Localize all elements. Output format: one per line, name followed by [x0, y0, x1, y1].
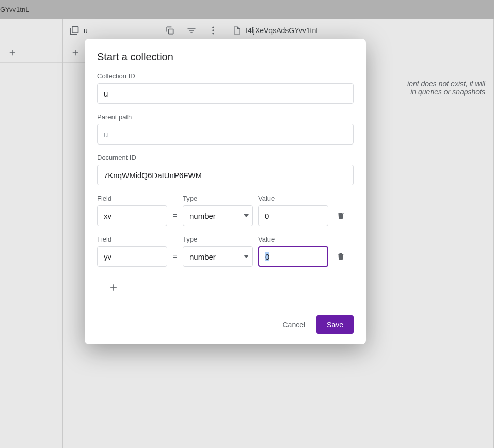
value-label: Value: [258, 195, 328, 202]
equals-sign: =: [172, 246, 178, 267]
field-row: Field = Type Value: [97, 195, 354, 226]
field-value-input[interactable]: [258, 246, 328, 267]
document-id-input[interactable]: [97, 165, 354, 185]
field-value-input[interactable]: [258, 205, 328, 226]
field-row: Field = Type Value: [97, 235, 354, 267]
field-type-select[interactable]: [183, 205, 253, 226]
plus-icon: [108, 282, 119, 293]
field-type-select[interactable]: [183, 246, 253, 267]
modal-overlay[interactable]: Start a collection Collection ID Parent …: [0, 0, 494, 448]
value-label: Value: [258, 235, 328, 243]
type-label: Type: [183, 195, 253, 202]
save-button[interactable]: Save: [316, 315, 354, 334]
delete-field-button[interactable]: [333, 205, 348, 226]
parent-path-label: Parent path: [97, 113, 354, 121]
add-field-button[interactable]: [106, 280, 121, 295]
collection-id-input[interactable]: [97, 83, 354, 104]
trash-icon: [336, 252, 345, 261]
collection-id-label: Collection ID: [97, 72, 354, 80]
delete-field-button[interactable]: [333, 246, 348, 267]
type-label: Type: [183, 235, 253, 243]
field-label: Field: [97, 235, 167, 243]
field-name-input[interactable]: [97, 246, 167, 267]
document-id-label: Document ID: [97, 154, 354, 162]
trash-icon: [336, 211, 345, 220]
equals-sign: =: [172, 205, 178, 226]
dialog-title: Start a collection: [97, 51, 354, 63]
start-collection-dialog: Start a collection Collection ID Parent …: [85, 39, 366, 344]
field-label: Field: [97, 195, 167, 202]
cancel-button[interactable]: Cancel: [273, 315, 314, 334]
field-name-input[interactable]: [97, 205, 167, 226]
parent-path-input: [97, 124, 354, 145]
